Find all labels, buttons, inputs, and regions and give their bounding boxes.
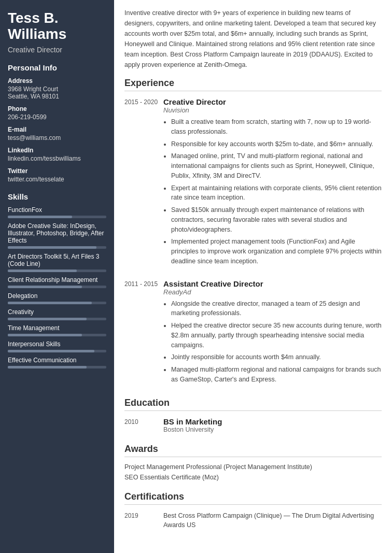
exp-bullet-item: Built a creative team from scratch, star… bbox=[171, 117, 382, 137]
education-entry: 2010BS in MarketingBoston University bbox=[124, 417, 382, 433]
education-heading: Education bbox=[124, 398, 382, 411]
twitter-value: twitter.com/tesselate bbox=[8, 176, 106, 183]
exp-bullet-item: Responsible for key accounts worth $25m … bbox=[171, 139, 382, 149]
skills-heading: Skills bbox=[8, 192, 106, 201]
experience-list: 2015 - 2020Creative DirectorNuvisionBuil… bbox=[124, 97, 382, 387]
summary-text: Inventive creative director with 9+ year… bbox=[124, 8, 382, 70]
edu-school: Boston University bbox=[163, 426, 222, 433]
main-content: Inventive creative director with 9+ year… bbox=[114, 0, 392, 553]
skill-bar-bg bbox=[8, 270, 106, 272]
experience-section: Experience 2015 - 2020Creative DirectorN… bbox=[124, 78, 382, 387]
exp-bullet-item: Expert at maintaining relations with cor… bbox=[171, 183, 382, 203]
award-item: Project Management Professional (Project… bbox=[124, 463, 382, 471]
exp-date: 2011 - 2015 bbox=[124, 279, 163, 387]
exp-bullet-item: Managed multi-platform regional and nati… bbox=[171, 365, 382, 385]
address-line1: 3968 Wright Court bbox=[8, 86, 106, 93]
exp-bullet-item: Implemented project management tools (Fu… bbox=[171, 237, 382, 266]
email-label: E-mail bbox=[8, 126, 106, 133]
cert-date: 2019 bbox=[124, 511, 163, 531]
exp-bullet-item: Saved $150k annually through expert main… bbox=[171, 205, 382, 234]
candidate-name: Tess B. Williams bbox=[8, 10, 106, 42]
phone-label: Phone bbox=[8, 105, 106, 112]
certifications-heading: Certifications bbox=[124, 491, 382, 505]
skills-list: FunctionFoxAdobe Creative Suite: InDesig… bbox=[8, 206, 106, 368]
skill-name: Client Relationship Management bbox=[8, 276, 106, 283]
skill-bar-fill bbox=[8, 286, 82, 288]
skill-bar-bg bbox=[8, 286, 106, 288]
exp-company: Nuvision bbox=[163, 106, 382, 114]
skill-name: FunctionFox bbox=[8, 206, 106, 214]
skill-bar-fill bbox=[8, 302, 92, 304]
twitter-label: Twitter bbox=[8, 167, 106, 175]
exp-bullet-item: Alongside the creative director, managed… bbox=[171, 299, 382, 319]
personal-info-heading: Personal Info bbox=[8, 63, 106, 72]
edu-date: 2010 bbox=[124, 417, 163, 433]
awards-heading: Awards bbox=[124, 444, 382, 457]
exp-content: Assistant Creative DirectorReadyAdAlongs… bbox=[163, 279, 382, 387]
exp-bullet-item: Helped the creative director secure 35 n… bbox=[171, 321, 382, 350]
skill-name: Adobe Creative Suite: InDesign, Illustra… bbox=[8, 222, 106, 244]
skill-name: Interpersonal Skills bbox=[8, 341, 106, 348]
phone-value: 206-219-0599 bbox=[8, 114, 106, 121]
skill-bar-bg bbox=[8, 302, 106, 304]
exp-job-title: Creative Director bbox=[163, 97, 382, 106]
skill-bar-fill bbox=[8, 216, 72, 218]
certifications-section: Certifications 2019Best Cross Platform C… bbox=[124, 491, 382, 531]
award-item: SEO Essentials Certificate (Moz) bbox=[124, 474, 382, 481]
skill-bar-fill bbox=[8, 318, 87, 320]
exp-job-title: Assistant Creative Director bbox=[163, 279, 382, 288]
skill-bar-bg bbox=[8, 334, 106, 336]
skill-bar-bg bbox=[8, 216, 106, 218]
sidebar: Tess B. Williams Creative Director Perso… bbox=[0, 0, 114, 553]
skill-bar-fill bbox=[8, 334, 82, 336]
skill-bar-bg bbox=[8, 350, 106, 352]
skill-bar-bg bbox=[8, 246, 106, 249]
experience-heading: Experience bbox=[124, 78, 382, 91]
skill-bar-fill bbox=[8, 366, 87, 368]
exp-company: ReadyAd bbox=[163, 288, 382, 296]
skill-name: Effective Communication bbox=[8, 357, 106, 364]
skill-bar-bg bbox=[8, 318, 106, 320]
edu-degree: BS in Marketing bbox=[163, 417, 222, 426]
skill-bar-fill bbox=[8, 270, 77, 272]
skill-bar-fill bbox=[8, 350, 94, 352]
exp-content: Creative DirectorNuvisionBuilt a creativ… bbox=[163, 97, 382, 269]
skill-bar-fill bbox=[8, 246, 96, 249]
awards-section: Awards Project Management Professional (… bbox=[124, 444, 382, 481]
email-value: tess@williams.com bbox=[8, 134, 106, 141]
skill-name: Delegation bbox=[8, 292, 106, 300]
address-line2: Seattle, WA 98101 bbox=[8, 93, 106, 100]
candidate-title: Creative Director bbox=[8, 46, 106, 54]
linkedin-label: LinkedIn bbox=[8, 147, 106, 154]
exp-bullet-item: Jointly responsible for accounts worth $… bbox=[171, 352, 382, 362]
exp-bullets: Built a creative team from scratch, star… bbox=[163, 117, 382, 266]
awards-list: Project Management Professional (Project… bbox=[124, 463, 382, 481]
skill-name: Time Management bbox=[8, 324, 106, 332]
cert-text: Best Cross Platform Campaign (Clinique) … bbox=[163, 511, 382, 531]
experience-entry: 2011 - 2015Assistant Creative DirectorRe… bbox=[124, 279, 382, 387]
exp-date: 2015 - 2020 bbox=[124, 97, 163, 269]
linkedin-value: linkedin.com/tessbwilliams bbox=[8, 155, 106, 162]
edu-content: BS in MarketingBoston University bbox=[163, 417, 222, 433]
education-list: 2010BS in MarketingBoston University bbox=[124, 417, 382, 433]
skill-name: Creativity bbox=[8, 308, 106, 316]
education-section: Education 2010BS in MarketingBoston Univ… bbox=[124, 398, 382, 433]
skill-bar-bg bbox=[8, 366, 106, 368]
certification-entry: 2019Best Cross Platform Campaign (Cliniq… bbox=[124, 511, 382, 531]
address-label: Address bbox=[8, 77, 106, 84]
exp-bullet-item: Managed online, print, TV and multi-plat… bbox=[171, 151, 382, 180]
exp-bullets: Alongside the creative director, managed… bbox=[163, 299, 382, 385]
certifications-list: 2019Best Cross Platform Campaign (Cliniq… bbox=[124, 511, 382, 531]
skill-name: Art Directors Toolkit 5i, Art Files 3 (C… bbox=[8, 253, 106, 267]
experience-entry: 2015 - 2020Creative DirectorNuvisionBuil… bbox=[124, 97, 382, 269]
